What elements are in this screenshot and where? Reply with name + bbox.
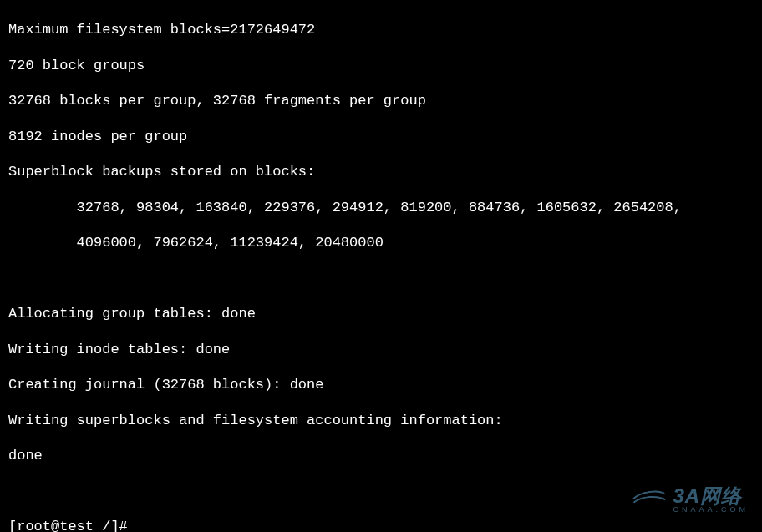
mkfs-line: Writing superblocks and filesystem accou… — [8, 412, 754, 429]
shell-prompt: [root@test /]# — [8, 518, 754, 532]
mkfs-line: 32768, 98304, 163840, 229376, 294912, 81… — [8, 199, 754, 216]
mkfs-line: 32768 blocks per group, 32768 fragments … — [8, 92, 754, 109]
mkfs-line: Writing inode tables: done — [8, 341, 754, 358]
blank-line — [8, 483, 754, 500]
mkfs-line: done — [8, 447, 754, 464]
mkfs-line: Creating journal (32768 blocks): done — [8, 376, 754, 393]
blank-line — [8, 270, 754, 287]
mkfs-line: 720 block groups — [8, 57, 754, 74]
mkfs-line: Maximum filesystem blocks=2172649472 — [8, 21, 754, 38]
mkfs-line: 4096000, 7962624, 11239424, 20480000 — [8, 234, 754, 251]
mkfs-line: Allocating group tables: done — [8, 305, 754, 322]
mkfs-line: 8192 inodes per group — [8, 128, 754, 145]
mkfs-line: Superblock backups stored on blocks: — [8, 163, 754, 180]
terminal-window[interactable]: Maximum filesystem blocks=2172649472 720… — [0, 0, 762, 532]
